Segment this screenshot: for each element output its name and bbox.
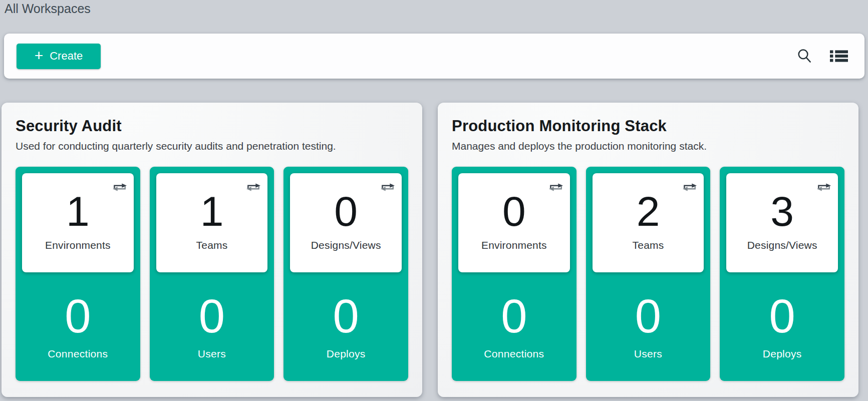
stat-value: 2 — [637, 192, 660, 232]
stat-tile-top[interactable]: 1 Teams — [156, 173, 268, 272]
stat-tiles: 0 Environments 0 Connections — [452, 167, 844, 381]
stat-value: 0 — [769, 293, 795, 340]
stat-value: 0 — [65, 293, 91, 340]
workspace-description: Manages and deploys the production monit… — [452, 139, 844, 153]
stat-value: 1 — [66, 192, 90, 232]
stat-value: 0 — [501, 293, 527, 340]
workspace-description: Used for conducting quarterly security a… — [16, 139, 408, 153]
stat-label: Connections — [48, 348, 108, 360]
stat-tile-teams[interactable]: 1 Teams 0 Users — [150, 167, 274, 381]
stat-value: 0 — [502, 192, 526, 232]
stat-tile-bottom[interactable]: 0 Connections — [458, 272, 570, 381]
stat-label: Deploys — [327, 348, 366, 360]
stat-tile-teams[interactable]: 2 Teams 0 Users — [586, 167, 711, 381]
page-title: All Workspaces — [5, 2, 91, 16]
stat-value: 0 — [199, 293, 225, 340]
toolbar: + Create — [4, 34, 864, 79]
swap-arrows-icon[interactable] — [380, 181, 395, 195]
stat-tile-top[interactable]: 3 Designs/Views — [726, 173, 838, 272]
swap-arrows-icon[interactable] — [548, 181, 563, 195]
swap-arrows-icon[interactable] — [246, 181, 261, 195]
stat-label: Users — [634, 348, 662, 360]
stat-label: Teams — [196, 239, 228, 251]
stat-label: Environments — [45, 239, 111, 251]
stat-label: Users — [198, 348, 226, 360]
stat-value: 3 — [770, 192, 794, 232]
workspace-title: Production Monitoring Stack — [452, 117, 844, 135]
stat-tile-bottom[interactable]: 0 Connections — [22, 272, 134, 381]
create-button-label: Create — [50, 50, 83, 63]
stat-label: Teams — [633, 239, 664, 251]
stat-label: Deploys — [763, 348, 802, 360]
create-button[interactable]: + Create — [17, 44, 101, 69]
stat-tile-designs[interactable]: 0 Designs/Views 0 Deploys — [283, 167, 408, 381]
list-view-icon[interactable] — [830, 50, 848, 63]
stat-value: 1 — [200, 192, 224, 232]
stat-label: Designs/Views — [311, 239, 381, 251]
plus-icon: + — [35, 48, 44, 63]
workspace-card: Production Monitoring Stack Manages and … — [438, 103, 858, 397]
stat-value: 0 — [333, 293, 359, 340]
stat-tile-bottom[interactable]: 0 Users — [593, 272, 704, 381]
workspaces-list: Security Audit Used for conducting quart… — [2, 103, 858, 397]
swap-arrows-icon[interactable] — [682, 181, 697, 195]
stat-tile-top[interactable]: 0 Designs/Views — [290, 173, 402, 272]
stat-value: 0 — [334, 192, 358, 232]
workspace-card: Security Audit Used for conducting quart… — [2, 103, 422, 397]
stat-label: Connections — [484, 348, 544, 360]
stat-value: 0 — [635, 293, 661, 340]
stat-tile-environments[interactable]: 0 Environments 0 Connections — [452, 167, 576, 381]
stat-tile-designs[interactable]: 3 Designs/Views 0 Deploys — [720, 167, 844, 381]
stat-tile-bottom[interactable]: 0 Users — [156, 272, 268, 381]
stat-tile-top[interactable]: 0 Environments — [458, 173, 570, 272]
swap-arrows-icon[interactable] — [112, 181, 127, 195]
stat-label: Environments — [481, 239, 547, 251]
stat-tile-bottom[interactable]: 0 Deploys — [726, 272, 838, 381]
stat-tile-bottom[interactable]: 0 Deploys — [290, 272, 402, 381]
swap-arrows-icon[interactable] — [816, 181, 831, 195]
stat-tile-environments[interactable]: 1 Environments 0 Connections — [16, 167, 140, 381]
stat-tile-top[interactable]: 1 Environments — [22, 173, 134, 272]
toolbar-icons — [797, 48, 848, 64]
search-icon[interactable] — [797, 48, 812, 64]
stat-label: Designs/Views — [747, 239, 817, 251]
stat-tile-top[interactable]: 2 Teams — [593, 173, 704, 272]
workspace-title: Security Audit — [16, 117, 408, 135]
stat-tiles: 1 Environments 0 Connections — [16, 167, 408, 381]
